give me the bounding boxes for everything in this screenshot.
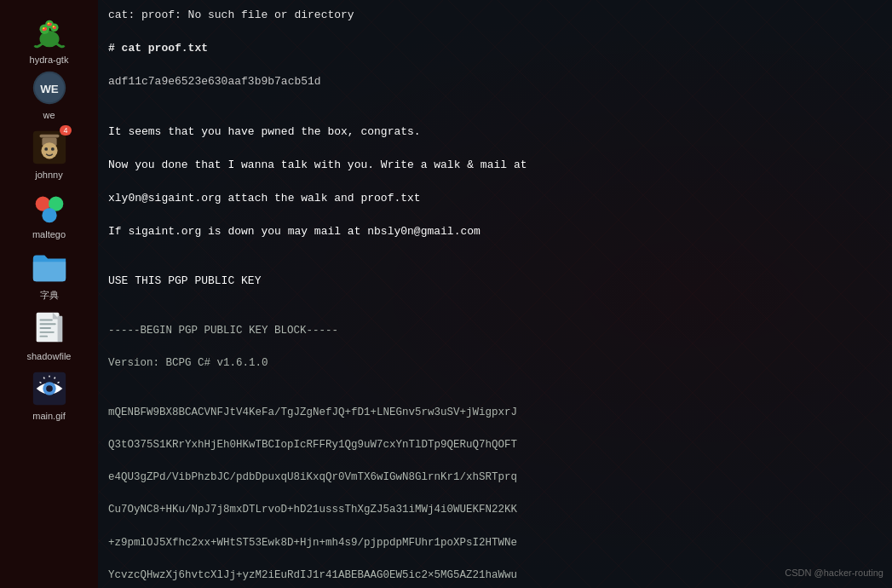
sidebar: hydra-gtk WE we <box>0 0 98 588</box>
terminal-line-14: Cu7OyNC8+HKu/NpJ7j8mxDTLrvoD+hD21usssThX… <box>108 502 882 518</box>
terminal-line-5: Now you done that I wanna talk with you.… <box>108 157 882 174</box>
sidebar-item-johnny[interactable]: 4 johnny <box>0 124 98 183</box>
svg-line-33 <box>43 378 44 379</box>
terminal-line-10: Version: BCPG C# v1.6.1.0 <box>108 355 882 372</box>
terminal-line-6: xly0n@sigaint.org attach the walk and pr… <box>108 190 882 207</box>
svg-rect-14 <box>39 135 59 138</box>
svg-line-35 <box>39 382 41 383</box>
svg-rect-23 <box>57 316 62 343</box>
sidebar-item-maingif[interactable]: main.gif <box>0 365 98 424</box>
terminal[interactable]: cat: proof: No such file or directory # … <box>98 0 892 588</box>
terminal-line-9: -----BEGIN PGP PUBLIC KEY BLOCK----- <box>108 323 882 339</box>
terminal-content: cat: proof: No such file or directory # … <box>108 7 882 588</box>
svg-point-16 <box>41 142 57 159</box>
terminal-line-7: If sigaint.org is down you may mail at n… <box>108 223 882 240</box>
folder-icon <box>29 246 70 287</box>
svg-rect-27 <box>39 331 54 333</box>
svg-point-18 <box>50 147 54 151</box>
johnny-badge: 4 <box>60 125 71 135</box>
sidebar-item-we[interactable]: WE we <box>0 64 98 124</box>
hydra-icon <box>29 12 70 53</box>
sidebar-item-hydra-gtk[interactable]: hydra-gtk <box>0 9 98 68</box>
svg-point-21 <box>42 208 56 222</box>
terminal-line-11: mQENBFW9BX8BCACVNFJtV4KeFa/TgJZgNefJQ+fD… <box>108 405 882 421</box>
sidebar-label-shadowfile: shadowfile <box>27 351 72 361</box>
terminal-line-8: USE THIS PGP PUBLIC KEY <box>108 273 882 290</box>
svg-point-31 <box>46 385 53 392</box>
svg-line-36 <box>57 382 59 383</box>
svg-rect-28 <box>39 336 48 337</box>
sidebar-item-shadowfile[interactable]: shadowfile <box>0 305 98 365</box>
sidebar-item-maltego[interactable]: maltego <box>0 183 98 243</box>
johnny-icon: 4 <box>29 127 70 168</box>
shadowfile-icon <box>29 308 70 349</box>
svg-point-8 <box>52 26 54 27</box>
terminal-line-13: e4QU3gZPd/VibPhzbJC/pdbDpuxqU8iKxqQr0VmT… <box>108 470 882 486</box>
terminal-line-12: Q3tO375S1KRrYxhHjEh0HKwTBCIopIcRFFRy1Qg9… <box>108 437 882 453</box>
we-icon: WE <box>29 67 70 108</box>
svg-point-6 <box>47 23 52 26</box>
maltego-icon <box>29 187 70 228</box>
svg-text:WE: WE <box>40 83 59 95</box>
sidebar-label-johnny: johnny <box>35 170 62 180</box>
svg-point-9 <box>48 23 49 25</box>
svg-point-7 <box>43 27 44 29</box>
terminal-line-3: adf11c7a9e6523e630aaf3b9b7acb51d <box>108 73 882 90</box>
sidebar-item-zidian[interactable]: 字典 <box>0 243 98 305</box>
terminal-line-15: +z9pmlOJ5Xfhc2xx+WHtST53Ewk8D+Hjn+mh4s9/… <box>108 535 882 551</box>
sidebar-label-zidian: 字典 <box>40 289 59 302</box>
sidebar-label-we: we <box>43 110 55 120</box>
svg-rect-26 <box>39 327 50 329</box>
terminal-line-16: YcvzcQHwzXj6hvtcXlJj+yzM2iEuRdIJ1r41ABEB… <box>108 568 882 584</box>
terminal-line-2: # cat proof.txt <box>108 40 882 57</box>
svg-point-17 <box>44 147 48 151</box>
terminal-line-1: cat: proof: No such file or directory <box>108 7 882 24</box>
svg-rect-24 <box>39 320 52 321</box>
svg-line-34 <box>54 378 55 379</box>
terminal-line-4: It seems that you have pwned the box, co… <box>108 124 882 141</box>
sidebar-label-maingif: main.gif <box>32 411 66 421</box>
svg-rect-25 <box>39 323 55 325</box>
sidebar-label-maltego: maltego <box>32 229 66 239</box>
maingif-icon <box>29 368 70 409</box>
